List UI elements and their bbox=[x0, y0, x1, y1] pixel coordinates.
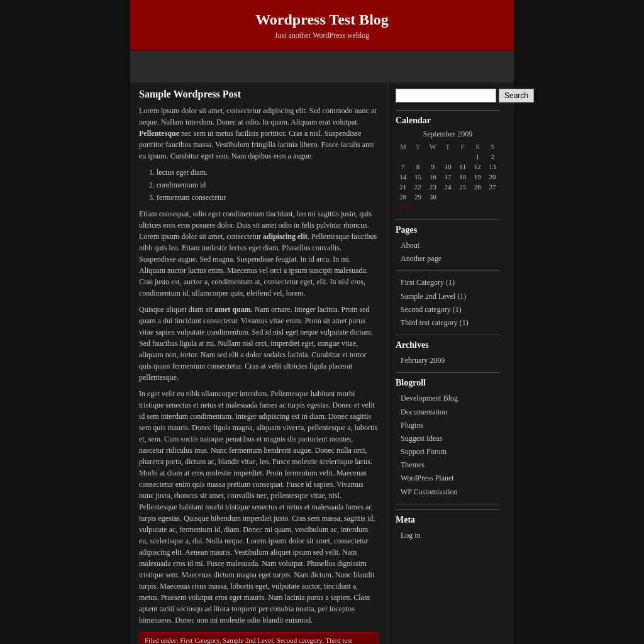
calendar-table: M T W T F S S 1 2 bbox=[396, 142, 500, 212]
cal-th-t2: T bbox=[440, 142, 455, 152]
blogroll-links: Development Blog Documentation Plugins S… bbox=[396, 392, 500, 499]
divider-6 bbox=[396, 504, 500, 504]
meta-widget: Meta Log in bbox=[396, 515, 500, 542]
cal-row-3: 14 15 16 17 18 19 20 bbox=[396, 172, 500, 182]
cal-th-m: M bbox=[396, 142, 411, 152]
blogroll-title: Blogroll bbox=[396, 378, 500, 388]
cal-prev-link[interactable]: « Feb bbox=[396, 203, 411, 211]
blogroll-link-6[interactable]: Themes bbox=[396, 458, 500, 472]
categories-links: First Category (1) Sample 2nd Level (1) … bbox=[396, 276, 500, 330]
pages-links: About Another page bbox=[396, 239, 500, 265]
content-area: Sample Wordpress Post Lorem ipsum dolor … bbox=[130, 82, 514, 644]
cal-row-1: 1 2 bbox=[396, 152, 500, 162]
cal-row-2: 7 8 9 10 11 12 13 bbox=[396, 162, 500, 172]
blogroll-link-8[interactable]: WP Customization bbox=[396, 486, 500, 499]
cal-th-f: F bbox=[455, 142, 470, 152]
blogroll-widget: Blogroll Development Blog Documentation … bbox=[396, 378, 500, 499]
cat-link-3[interactable]: Second category (1) bbox=[396, 303, 500, 316]
list-item: condimentum id bbox=[157, 179, 379, 191]
cal-row-5: 28 29 30 bbox=[396, 192, 500, 202]
blogroll-link-3[interactable]: Plugins bbox=[396, 419, 500, 432]
meta-title: Meta bbox=[396, 515, 500, 525]
blogroll-link-2[interactable]: Documentation bbox=[396, 406, 500, 419]
archives-links: February 2009 bbox=[396, 354, 500, 367]
search-bar: Search bbox=[396, 89, 500, 103]
calendar-widget: Calendar September 2009 M T W T F S S bbox=[396, 116, 500, 212]
post-para-3: Quisque aliquet diam sit amet quam. Nam … bbox=[139, 304, 379, 383]
divider bbox=[396, 110, 500, 111]
site-title: Wordpress Test Blog bbox=[136, 11, 508, 28]
page-link-about[interactable]: About bbox=[396, 239, 500, 252]
pages-widget: Pages About Another page bbox=[396, 225, 500, 265]
search-input[interactable] bbox=[396, 89, 496, 103]
blogroll-link-7[interactable]: WordPress Planet bbox=[396, 472, 500, 485]
cat-link-1[interactable]: First Category (1) bbox=[396, 276, 500, 289]
cat-link-2[interactable]: Sample 2nd Level (1) bbox=[396, 290, 500, 303]
list-item: lectus eget diam. bbox=[157, 167, 379, 178]
page-link-another[interactable]: Another page bbox=[396, 252, 500, 265]
main-content: Sample Wordpress Post Lorem ipsum dolor … bbox=[130, 82, 388, 644]
bold-word-1: Pellentesque bbox=[139, 129, 179, 138]
post-para-4: In eget velit eu nibh ullamcorper interd… bbox=[139, 388, 379, 626]
calendar-header-row: M T W T F S S bbox=[396, 142, 500, 152]
meta-links: Log in bbox=[396, 529, 500, 542]
post-footer: Filed under: First Category, Sample 2nd … bbox=[139, 632, 379, 644]
categories-widget: First Category (1) Sample 2nd Level (1) … bbox=[396, 276, 500, 330]
sidebar: Search Calendar September 2009 M T W T F… bbox=[388, 82, 508, 644]
nav-bar bbox=[130, 51, 514, 82]
site-header: Wordpress Test Blog Just another WordPre… bbox=[130, 0, 514, 51]
post-list: lectus eget diam. condimentum id ferment… bbox=[157, 167, 379, 203]
calendar-title: Calendar bbox=[396, 116, 500, 126]
cal-row-4: 21 22 23 24 25 26 27 bbox=[396, 182, 500, 192]
cal-th-s: S bbox=[470, 142, 486, 152]
archive-link-feb[interactable]: February 2009 bbox=[396, 354, 500, 367]
calendar-month: September 2009 bbox=[396, 130, 500, 139]
cal-nav-row: « Feb bbox=[396, 202, 500, 212]
post-body: Lorem ipsum dolor sit amet, consectetur … bbox=[139, 105, 379, 626]
blogroll-link-5[interactable]: Support Forum bbox=[396, 445, 500, 458]
divider-2 bbox=[396, 219, 500, 220]
post-para-2: Etiam consequat, odio eget condimentum t… bbox=[139, 208, 379, 299]
divider-4 bbox=[396, 335, 500, 335]
site-subtitle: Just another WordPress weblog bbox=[136, 31, 508, 40]
divider-7 bbox=[396, 509, 500, 510]
divider-3 bbox=[396, 270, 500, 271]
bold-word-3: amet quam. bbox=[214, 305, 253, 314]
post-footer-text: Filed under: First Category, Sample 2nd … bbox=[145, 636, 352, 644]
pages-title: Pages bbox=[396, 225, 500, 235]
divider-5 bbox=[396, 372, 500, 373]
list-item: fermentum consectetur bbox=[157, 192, 379, 203]
blogroll-link-4[interactable]: Suggest Ideas bbox=[396, 432, 500, 445]
meta-login-link[interactable]: Log in bbox=[396, 529, 500, 542]
cal-th-w: W bbox=[425, 142, 440, 152]
search-button[interactable]: Search bbox=[499, 89, 534, 103]
post-title: Sample Wordpress Post bbox=[139, 89, 379, 100]
cal-th-s2: S bbox=[485, 142, 500, 152]
archives-widget: Archives February 2009 bbox=[396, 340, 500, 367]
blogroll-link-1[interactable]: Development Blog bbox=[396, 392, 500, 405]
cat-link-4[interactable]: Third test category (1) bbox=[396, 316, 500, 330]
cal-th-t: T bbox=[411, 142, 426, 152]
post-para-1: Lorem ipsum dolor sit amet, consectetur … bbox=[139, 105, 379, 162]
archives-title: Archives bbox=[396, 340, 500, 350]
bold-word-2: adipiscing elit bbox=[263, 232, 308, 241]
